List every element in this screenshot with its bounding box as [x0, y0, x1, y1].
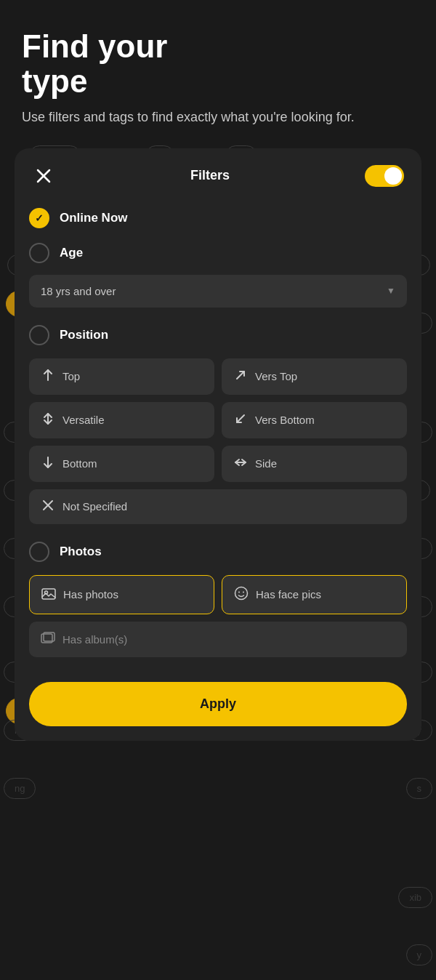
svg-rect-10 — [42, 589, 55, 599]
has-photos-button[interactable]: Has photos — [29, 575, 214, 614]
dropdown-arrow-icon: ▼ — [387, 286, 395, 296]
position-bottom-label: Bottom — [62, 457, 97, 470]
vers-bottom-icon — [233, 412, 248, 428]
position-label: Position — [60, 328, 108, 342]
online-now-filter: Online Now — [29, 201, 407, 236]
position-grid: Top Vers Top — [29, 358, 407, 524]
photos-filter: Photos — [29, 534, 407, 569]
toggle-switch[interactable] — [365, 165, 404, 187]
position-bottom-button[interactable]: Bottom — [29, 446, 214, 482]
photos-grid: Has photos Has face pics — [29, 575, 407, 614]
has-face-pics-button[interactable]: Has face pics — [222, 575, 407, 614]
position-side-label: Side — [255, 457, 277, 470]
position-checkbox[interactable] — [29, 325, 49, 345]
online-now-checkbox[interactable] — [29, 208, 49, 228]
position-top-button[interactable]: Top — [29, 358, 214, 395]
close-icon — [36, 169, 51, 183]
online-now-label: Online Now — [60, 211, 128, 225]
age-checkbox[interactable] — [29, 243, 49, 263]
has-face-pics-label: Has face pics — [256, 588, 321, 601]
position-vers-top-button[interactable]: Vers Top — [222, 358, 407, 395]
page-subtitle: Use filters and tags to find exactly wha… — [22, 108, 414, 126]
position-filter: Position — [29, 318, 407, 353]
svg-line-5 — [237, 415, 244, 422]
position-versatile-label: Versatile — [62, 414, 105, 426]
page-title: Find your type — [22, 29, 414, 100]
close-button[interactable] — [32, 164, 55, 188]
side-icon — [233, 456, 248, 472]
age-filter: Age — [29, 236, 407, 270]
toggle-knob — [384, 167, 402, 185]
age-label: Age — [60, 246, 83, 260]
position-not-specified-label: Not Specified — [62, 500, 127, 513]
vers-top-icon — [233, 369, 248, 385]
albums-icon — [41, 632, 55, 647]
has-albums-button[interactable]: Has album(s) — [29, 622, 407, 657]
apply-button[interactable]: Apply — [29, 682, 407, 726]
position-not-specified-button[interactable]: Not Specified — [29, 489, 407, 524]
position-top-label: Top — [62, 370, 80, 382]
photos-checkbox[interactable] — [29, 542, 49, 562]
filters-modal: Filters Online Now Age 18 yrs and over ▼… — [15, 148, 421, 741]
modal-title: Filters — [190, 168, 230, 183]
versatile-icon — [41, 412, 55, 428]
photo-icon — [41, 587, 56, 603]
modal-header: Filters — [15, 148, 421, 201]
has-photos-label: Has photos — [63, 588, 118, 601]
header: Find your type Use filters and tags to f… — [0, 0, 436, 141]
position-side-button[interactable]: Side — [222, 446, 407, 482]
photos-label: Photos — [60, 545, 102, 559]
modal-body: Online Now Age 18 yrs and over ▼ Positio… — [15, 201, 421, 672]
age-dropdown[interactable]: 18 yrs and over ▼ — [29, 275, 407, 308]
position-vers-bottom-label: Vers Bottom — [255, 414, 315, 426]
has-albums-label: Has album(s) — [62, 633, 127, 646]
position-vers-bottom-button[interactable]: Vers Bottom — [222, 402, 407, 438]
position-vers-top-label: Vers Top — [255, 370, 297, 382]
bottom-icon — [41, 456, 55, 472]
position-versatile-button[interactable]: Versatile — [29, 402, 214, 438]
svg-point-12 — [235, 587, 248, 599]
svg-point-13 — [238, 591, 240, 593]
top-icon — [41, 369, 55, 385]
svg-line-3 — [237, 371, 244, 379]
not-specified-icon — [41, 499, 55, 514]
face-icon — [234, 586, 249, 603]
filter-toggle[interactable] — [365, 165, 404, 187]
age-dropdown-value: 18 yrs and over — [41, 285, 116, 297]
svg-point-14 — [243, 591, 244, 593]
